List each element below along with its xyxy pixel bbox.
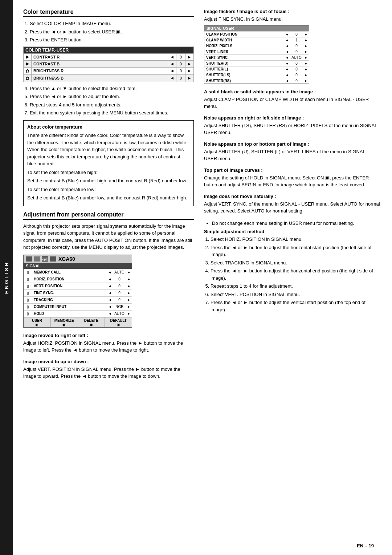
- about-box-title: About color temperature: [27, 123, 190, 131]
- adjustment-section: Adjustment from personal computer Althou…: [23, 211, 194, 328]
- header-icons: opt.: [26, 256, 56, 262]
- step-3: Press the ENTER button.: [30, 36, 194, 44]
- bullet-list: Do not change each menu setting in USER …: [212, 220, 382, 227]
- row-label: HORIZ. POSITION: [32, 276, 107, 282]
- left-arrow[interactable]: ◄: [284, 38, 290, 42]
- su-label: SHUTTER(L): [204, 66, 284, 72]
- left-arrow[interactable]: ◄: [284, 32, 290, 36]
- right-arrow[interactable]: ►: [185, 74, 194, 82]
- color-temp-table: COLOR TEMP.-USER ▶ CONTRAST R ◄ 0 ► ▶ CO…: [23, 46, 194, 82]
- step-7: Exit the menu system by pressing the MEN…: [30, 109, 194, 117]
- right-arrow[interactable]: ►: [126, 284, 132, 288]
- about-para-5: Set the contrast B (Blue) number low, an…: [27, 194, 190, 202]
- step-6: Select VERT. POSITION in SIGNAL menu.: [211, 291, 382, 298]
- left-arrow[interactable]: ◄: [284, 44, 290, 48]
- row-value: AUTO: [113, 270, 126, 274]
- solid-appears-title: A solid black or solid white appears in …: [204, 89, 382, 94]
- signal-row: ▯ HOLD ◄ AUTO ►: [24, 310, 132, 317]
- left-arrow[interactable]: ◄: [107, 277, 113, 281]
- su-row: SHUTTER(LS) ◄ 0 ►: [204, 72, 309, 78]
- step-6: Repeat steps 4 and 5 for more adjustment…: [30, 101, 194, 109]
- right-arrow[interactable]: ►: [185, 60, 194, 67]
- su-label: VERT. LINES: [204, 49, 284, 54]
- footer-memorize-sub: ▣: [62, 323, 66, 327]
- right-arrow[interactable]: ►: [126, 305, 132, 309]
- right-arrow[interactable]: ►: [303, 61, 309, 65]
- left-arrow[interactable]: ◄: [107, 312, 113, 316]
- su-value: 0: [290, 44, 303, 48]
- su-label: HORIZ. PIXELS: [204, 43, 284, 49]
- left-arrow[interactable]: ◄: [168, 67, 176, 74]
- row-label: TRACKING: [32, 297, 107, 303]
- right-arrow[interactable]: ►: [303, 67, 309, 71]
- left-arrow[interactable]: ◄: [107, 291, 113, 295]
- simple-adjustment-steps: Select HORIZ. POSITION in SIGNAL menu. P…: [211, 236, 382, 313]
- su-label: VERT. SYNC.: [204, 55, 284, 60]
- left-arrow[interactable]: ◄: [107, 305, 113, 309]
- right-arrow[interactable]: ►: [303, 79, 309, 83]
- right-arrow[interactable]: ►: [126, 277, 132, 281]
- color-temp-steps-4-7: Press the ▲ or ▼ button to select the de…: [30, 85, 194, 117]
- su-row: HORIZ. PIXELS ◄ 0 ►: [204, 43, 309, 49]
- image-moved-up-section: Image moved to up or down : Adjust VERT.…: [23, 359, 194, 380]
- footer-default-label: DEFAULT: [110, 319, 126, 323]
- step-2: Press the ◄ or ► button to adjust the ho…: [211, 244, 382, 258]
- left-arrow[interactable]: ◄: [284, 79, 290, 83]
- right-arrow[interactable]: ►: [303, 56, 309, 60]
- left-arrow[interactable]: ◄: [284, 67, 290, 71]
- right-arrow[interactable]: ►: [303, 38, 309, 42]
- right-arrow[interactable]: ►: [303, 73, 309, 77]
- footer-default: DEFAULT ▣: [105, 317, 132, 327]
- right-arrow[interactable]: ►: [303, 50, 309, 54]
- left-arrow[interactable]: ◄: [107, 298, 113, 302]
- right-arrow[interactable]: ►: [185, 53, 194, 60]
- row-value: 0: [176, 74, 185, 82]
- signal-header: opt. XGA60: [24, 255, 132, 263]
- noise-top-bottom-title: Noise appears on top or bottom part of i…: [204, 141, 382, 147]
- right-arrow[interactable]: ►: [126, 312, 132, 316]
- left-arrow[interactable]: ◄: [168, 53, 176, 60]
- su-label: SHUTTER(RS): [204, 78, 284, 84]
- image-moved-right-section: Image moved to right or left : Adjust HO…: [23, 333, 194, 354]
- image-not-move-section: Image does not move naturally : Adjust V…: [204, 194, 382, 215]
- right-arrow[interactable]: ►: [126, 291, 132, 295]
- footer-default-sub: ▣: [117, 323, 120, 327]
- color-temp-title: Color temperature: [23, 9, 194, 17]
- signal-row: ▯ VERT. POSITION ◄ 0 ►: [24, 283, 132, 289]
- left-arrow[interactable]: ◄: [168, 74, 176, 82]
- row-label: BRIGHTNESS B: [32, 74, 168, 82]
- su-label: SHUTTER(LS): [204, 72, 284, 78]
- noise-right-left-section: Noise appears on right or left side of i…: [204, 115, 382, 136]
- row-icon: ✿: [24, 74, 32, 82]
- signal-row: ▯ HORIZ. POSITION ◄ 0 ►: [24, 276, 132, 283]
- left-arrow[interactable]: ◄: [168, 60, 176, 67]
- left-arrow[interactable]: ◄: [284, 61, 290, 65]
- icon2: [34, 256, 40, 262]
- right-arrow[interactable]: ►: [303, 32, 309, 36]
- right-arrow[interactable]: ►: [185, 67, 194, 74]
- step-3: Select TRACKING in SIGNAL menu.: [211, 259, 382, 267]
- right-arrow[interactable]: ►: [126, 270, 132, 274]
- row-icon: ✿: [24, 67, 32, 74]
- row-icon: ▯: [24, 283, 32, 289]
- step-5: Repeat steps 1 to 4 for fine adjustment.: [211, 283, 382, 290]
- left-arrow[interactable]: ◄: [107, 270, 113, 274]
- table-row: ▶ CONTRAST B ◄ 0 ►: [24, 60, 194, 67]
- icon3: opt.: [42, 256, 48, 262]
- image-not-move-body: Adjust VERT. SYNC. of the menu in SIGNAL…: [204, 200, 382, 215]
- left-arrow[interactable]: ◄: [284, 50, 290, 54]
- solid-appears-section: A solid black or solid white appears in …: [204, 89, 382, 110]
- row-value: 0: [113, 277, 126, 281]
- right-arrow[interactable]: ►: [303, 44, 309, 48]
- page-number: EN – 19: [357, 543, 374, 548]
- left-arrow[interactable]: ◄: [284, 56, 290, 60]
- footer-delete: DELETE ▣: [78, 317, 105, 327]
- footer-delete-sub: ▣: [90, 323, 93, 327]
- noise-top-bottom-section: Noise appears on top or bottom part of i…: [204, 141, 382, 162]
- left-arrow[interactable]: ◄: [284, 73, 290, 77]
- footer-user-sub: ▣: [35, 323, 38, 327]
- left-arrow[interactable]: ◄: [107, 284, 113, 288]
- sidebar-label: ENGLISH: [4, 261, 9, 294]
- right-arrow[interactable]: ►: [126, 298, 132, 302]
- image-flickers-body: Adjust FINE SYNC. in SIGNAL menu.: [204, 16, 382, 23]
